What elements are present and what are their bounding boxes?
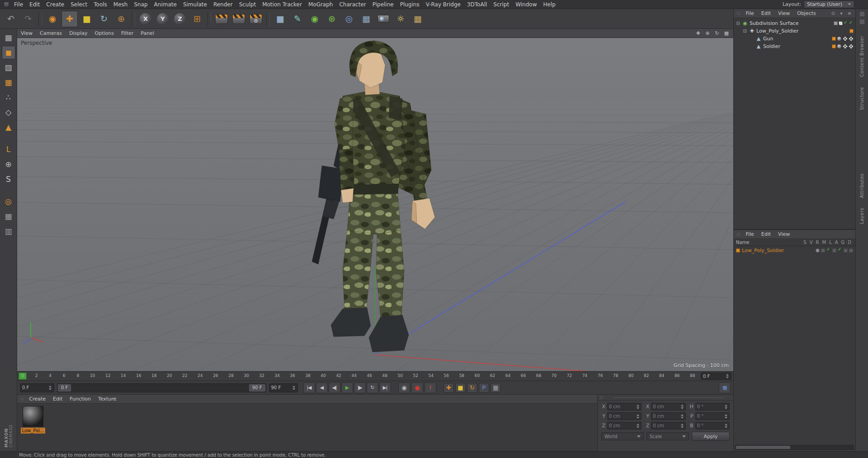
spinner-icon[interactable]: [724, 424, 728, 428]
menu-item[interactable]: Edit: [26, 0, 43, 9]
x-axis-lock-button[interactable]: X: [137, 11, 154, 27]
object-manager-menu-item[interactable]: Objects: [793, 10, 820, 17]
menu-item[interactable]: V-Ray Bridge: [423, 0, 464, 9]
render-picture-viewer-button[interactable]: [231, 11, 247, 27]
side-tab[interactable]: Layers: [859, 203, 865, 229]
tree-item-soldier[interactable]: ▲ Soldier: [734, 43, 855, 50]
coordinate-field[interactable]: 0 cm: [607, 412, 642, 420]
scrollbar-thumb[interactable]: [736, 446, 790, 449]
panel-grip-icon[interactable]: ∷: [18, 396, 25, 401]
object-tags[interactable]: [849, 29, 854, 33]
keyframe-selection-button[interactable]: ▦: [719, 382, 731, 393]
cube-primitive-button[interactable]: ■: [272, 11, 288, 27]
render-view-button[interactable]: [213, 11, 230, 27]
menu-item[interactable]: Plugins: [397, 0, 423, 9]
horizontal-scrollbar[interactable]: [735, 445, 854, 450]
menu-item[interactable]: Simulate: [180, 0, 210, 9]
viewport-menu-item[interactable]: Cameras: [36, 29, 66, 37]
menu-item[interactable]: Select: [67, 0, 90, 9]
spinner-icon[interactable]: [680, 405, 684, 409]
menu-item[interactable]: Window: [512, 0, 540, 9]
spinner-icon[interactable]: [636, 405, 640, 409]
expander-icon[interactable]: ⊟: [742, 29, 747, 33]
toggle-views-icon[interactable]: ▦: [722, 30, 731, 36]
viewport[interactable]: Perspective Grid Spacing : 100 cm: [17, 38, 733, 371]
side-tab[interactable]: Structure: [859, 82, 865, 115]
menu-item[interactable]: 3DToAll: [464, 0, 490, 9]
spinner-icon[interactable]: [680, 424, 684, 428]
material-menu-item[interactable]: Edit: [49, 395, 66, 403]
material-list[interactable]: Low_Pol...: [17, 404, 597, 451]
menu-item[interactable]: MoGraph: [305, 0, 336, 9]
render-settings-button[interactable]: ⚙: [248, 11, 264, 27]
spline-pen-button[interactable]: ✎: [289, 11, 306, 27]
previous-frame-button[interactable]: ◀|: [329, 382, 340, 393]
menu-item[interactable]: Motion Tracker: [259, 0, 305, 9]
coordinate-field[interactable]: 0 °: [695, 422, 730, 429]
texture-mode-button[interactable]: ▨: [2, 61, 15, 74]
search-icon[interactable]: ⊙: [830, 11, 836, 16]
menu-item[interactable]: Pipeline: [369, 0, 397, 9]
material-menu-item[interactable]: Function: [66, 395, 94, 403]
enable-axis-button[interactable]: ⊕: [2, 157, 15, 171]
autokey-warning-button[interactable]: !: [425, 382, 436, 393]
rotate-tool-button[interactable]: ↻: [96, 11, 112, 27]
viewport-solo-button[interactable]: S: [2, 172, 15, 186]
spinner-icon[interactable]: [724, 414, 728, 419]
panel-grip-icon[interactable]: ∷: [735, 232, 742, 237]
record-position-toggle[interactable]: ✚: [443, 383, 454, 393]
record-keyframe-button[interactable]: ◉: [398, 382, 410, 393]
record-parameter-toggle[interactable]: P: [479, 383, 489, 393]
object-icon[interactable]: ✚: [749, 29, 755, 33]
layer-manager-menu-item[interactable]: View: [774, 230, 793, 238]
spinner-icon[interactable]: [636, 424, 640, 428]
undo-button[interactable]: ↶: [3, 11, 19, 27]
play-button[interactable]: ▶: [341, 382, 353, 393]
side-tab[interactable]: Attributes: [859, 168, 865, 203]
viewport-menu-item[interactable]: Display: [66, 29, 91, 37]
menu-item[interactable]: File: [11, 0, 26, 9]
layer-row-low-poly-soldier[interactable]: Low_Poly_Soldier: [734, 246, 855, 254]
rotate-view-icon[interactable]: ↻: [713, 30, 721, 36]
coordinate-field[interactable]: 0 cm: [651, 403, 685, 410]
menu-item[interactable]: Mesh: [110, 0, 131, 9]
menu-item[interactable]: Script: [490, 0, 512, 9]
camera-button[interactable]: [375, 11, 392, 27]
polygons-mode-button[interactable]: ▲: [2, 120, 15, 134]
menu-item[interactable]: Tools: [90, 0, 110, 9]
panel-grip-icon[interactable]: ∷: [598, 395, 605, 400]
panel-grip-icon[interactable]: ∷: [735, 11, 742, 16]
snap-button[interactable]: ▥: [2, 224, 15, 238]
current-frame-field[interactable]: 0 F: [701, 372, 731, 380]
move-tool-button[interactable]: ✚: [61, 11, 78, 27]
menu-item[interactable]: Character: [336, 0, 369, 9]
object-icon[interactable]: ▲: [755, 44, 762, 49]
apply-button[interactable]: Apply: [692, 432, 730, 441]
view-label[interactable]: Perspective: [21, 40, 52, 46]
workplane-lock-button[interactable]: ◎: [2, 195, 15, 208]
lock-workplane-button[interactable]: ▦: [2, 210, 15, 223]
object-tags[interactable]: [832, 36, 854, 41]
dock-icon[interactable]: [859, 11, 865, 17]
range-start-field[interactable]: 0 F: [20, 383, 54, 392]
workplane-mode-button[interactable]: ▦: [2, 76, 15, 89]
live-selection-tool-button[interactable]: ◉: [44, 11, 61, 27]
viewport-menu-item[interactable]: Options: [91, 29, 118, 37]
material-thumbnail[interactable]: [23, 406, 43, 427]
preview-range-slider[interactable]: 0 F 90 F: [57, 383, 266, 392]
object-tags[interactable]: [832, 44, 854, 49]
redo-button[interactable]: ↷: [20, 11, 36, 27]
range-slider-left-grip[interactable]: 0 F: [58, 384, 71, 391]
viewport-menu-item[interactable]: Panel: [137, 29, 158, 37]
material-item[interactable]: Low_Pol...: [21, 406, 45, 434]
make-editable-button[interactable]: ▩: [2, 31, 15, 44]
coordinate-field[interactable]: 0 °: [695, 412, 730, 420]
spinner-icon[interactable]: [680, 414, 684, 419]
active-tool-button[interactable]: ⊕: [113, 11, 129, 27]
spinner-icon[interactable]: [726, 374, 729, 378]
spinner-icon[interactable]: [636, 414, 640, 419]
expander-icon[interactable]: ⊟: [736, 21, 741, 26]
record-pla-toggle[interactable]: ▦: [491, 383, 501, 393]
axis-mode-button[interactable]: L: [2, 143, 15, 156]
play-backwards-button[interactable]: ◀: [316, 382, 328, 393]
